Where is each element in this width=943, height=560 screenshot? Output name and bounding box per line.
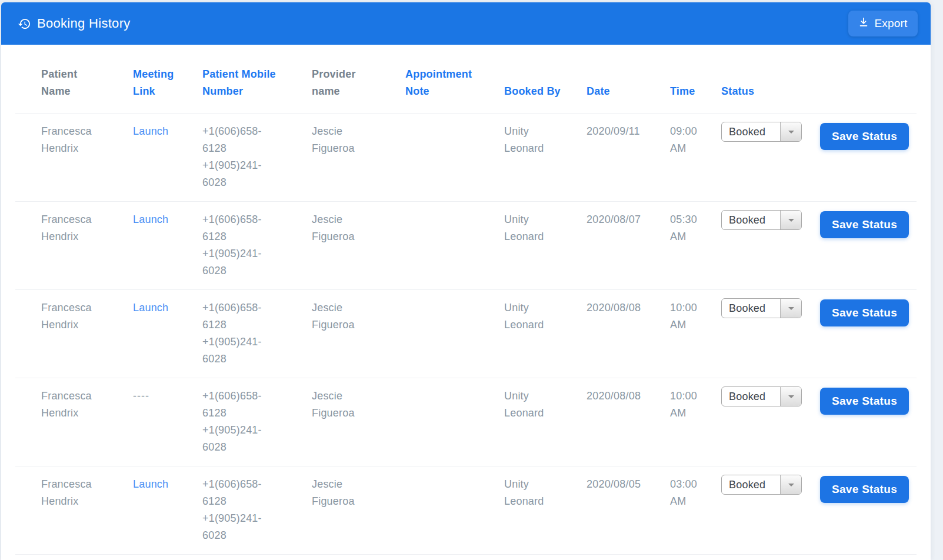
save-status-button[interactable]: Save Status: [820, 388, 909, 415]
column-header: Patient Name: [15, 66, 133, 113]
status-select[interactable]: Booked: [721, 386, 802, 406]
provider-name-cell: Jescie Figueroa: [312, 466, 405, 510]
appointment-note-cell: [405, 466, 504, 476]
mobile-numbers: +1(606)658-6128+1(905)241-6028: [202, 290, 312, 368]
mobile-numbers: +1(606)658-6128+1(905)241-6028: [202, 466, 312, 544]
status-select-value: Booked: [722, 211, 780, 229]
date-cell: 2020/08/07: [587, 202, 670, 228]
mobile-numbers: +1(606)658-6128+1(905)241-6028: [202, 202, 312, 279]
table-row: Francesca Hendrix Launch +1(606)658-6128…: [15, 290, 917, 378]
mobile-number: +1(606)658-6128: [202, 123, 276, 157]
date-cell: 2020/09/11: [587, 114, 670, 140]
booked-by-cell: Unity Leonard: [504, 290, 587, 334]
time-cell: 10:00 AM: [670, 378, 721, 422]
export-button-label: Export: [874, 17, 907, 30]
meeting-link[interactable]: Launch: [133, 290, 202, 316]
booking-history-card: Booking History Export Patient NameMeeti…: [1, 2, 931, 560]
action-cell: Save Status: [820, 114, 917, 150]
save-status-button[interactable]: Save Status: [820, 299, 909, 326]
status-select-value: Booked: [722, 475, 780, 494]
status-select[interactable]: Booked: [721, 298, 802, 318]
table-header-row: Patient NameMeeting LinkPatient Mobile N…: [15, 45, 917, 114]
booked-by-cell: Unity Leonard: [504, 202, 587, 245]
appointment-note-cell: [405, 290, 504, 299]
column-header: Appointment Note: [405, 66, 504, 113]
export-button[interactable]: Export: [848, 11, 918, 36]
page-title: Booking History: [18, 16, 131, 31]
mobile-numbers: +1(606)658-6128+1(905)241-6028: [202, 378, 312, 456]
provider-name-cell: Jescie Figueroa: [312, 290, 405, 334]
chevron-down-icon: [780, 211, 801, 229]
mobile-number: +1(905)241-6028: [202, 422, 276, 456]
status-select-value: Booked: [722, 299, 780, 318]
status-cell: Booked: [721, 202, 820, 230]
save-status-button[interactable]: Save Status: [820, 211, 909, 238]
time-cell: 03:00 AM: [670, 466, 721, 510]
chevron-down-icon: [780, 122, 801, 141]
chevron-down-icon: [780, 387, 801, 406]
action-cell: Save Status: [820, 378, 917, 415]
status-select[interactable]: Booked: [721, 122, 802, 142]
download-icon: [858, 17, 869, 31]
save-status-button[interactable]: Save Status: [820, 123, 909, 150]
mobile-number: +1(905)241-6028: [202, 157, 276, 191]
mobile-number: +1(606)658-6128: [202, 211, 276, 245]
mobile-numbers: +1(606)658-6128+1(905)241-6028: [202, 114, 312, 191]
action-cell: Save Status: [820, 466, 917, 503]
mobile-number: +1(606)658-6128: [202, 388, 276, 422]
booking-table: Patient NameMeeting LinkPatient Mobile N…: [15, 45, 917, 555]
page-title-label: Booking History: [37, 16, 131, 31]
meeting-link[interactable]: Launch: [133, 202, 202, 228]
meeting-link[interactable]: Launch: [133, 114, 202, 140]
table-body: Francesca Hendrix Launch +1(606)658-6128…: [15, 114, 917, 555]
column-header: Meeting Link: [133, 66, 202, 113]
status-cell: Booked: [721, 290, 820, 318]
time-cell: 09:00 AM: [670, 114, 721, 157]
history-icon: [18, 17, 31, 31]
status-cell: Booked: [721, 466, 820, 495]
action-cell: Save Status: [820, 202, 917, 238]
column-header: Patient Mobile Number: [202, 66, 312, 113]
appointment-note-cell: [405, 114, 504, 123]
date-cell: 2020/08/08: [587, 378, 670, 405]
provider-name-cell: Jescie Figueroa: [312, 378, 405, 422]
booked-by-cell: Unity Leonard: [504, 378, 587, 422]
action-cell: Save Status: [820, 290, 917, 326]
date-cell: 2020/08/05: [587, 466, 670, 493]
appointment-note-cell: [405, 378, 504, 388]
status-select-value: Booked: [722, 387, 780, 406]
status-cell: Booked: [721, 114, 820, 142]
status-select[interactable]: Booked: [721, 210, 802, 230]
table-row: Francesca Hendrix Launch +1(606)658-6128…: [15, 202, 917, 290]
patient-name-cell: Francesca Hendrix: [15, 114, 133, 157]
patient-name-cell: Francesca Hendrix: [15, 466, 133, 510]
time-cell: 10:00 AM: [670, 290, 721, 334]
chevron-down-icon: [780, 475, 801, 494]
table-row: Francesca Hendrix Launch +1(606)658-6128…: [15, 466, 917, 555]
patient-name-cell: Francesca Hendrix: [15, 378, 133, 422]
column-header: Date: [587, 83, 670, 113]
meeting-link[interactable]: Launch: [133, 466, 202, 493]
patient-name-cell: Francesca Hendrix: [15, 202, 133, 245]
patient-name-cell: Francesca Hendrix: [15, 290, 133, 334]
appointment-note-cell: [405, 202, 504, 211]
mobile-number: +1(606)658-6128: [202, 476, 276, 510]
meeting-link: ----: [133, 378, 202, 405]
status-select-value: Booked: [722, 122, 780, 141]
mobile-number: +1(905)241-6028: [202, 510, 276, 544]
table-row: Francesca Hendrix Launch +1(606)658-6128…: [15, 114, 917, 202]
mobile-number: +1(905)241-6028: [202, 245, 276, 279]
status-cell: Booked: [721, 378, 820, 406]
column-header: Booked By: [504, 83, 587, 113]
table-row: Francesca Hendrix ---- +1(606)658-6128+1…: [15, 378, 917, 466]
save-status-button[interactable]: Save Status: [820, 476, 909, 503]
provider-name-cell: Jescie Figueroa: [312, 202, 405, 245]
chevron-down-icon: [780, 299, 801, 318]
column-header: Status: [721, 83, 820, 113]
time-cell: 05:30 AM: [670, 202, 721, 245]
booked-by-cell: Unity Leonard: [504, 114, 587, 157]
column-header: Time: [670, 83, 721, 113]
mobile-number: +1(905)241-6028: [202, 334, 276, 368]
column-header: Provider name: [312, 66, 405, 113]
status-select[interactable]: Booked: [721, 475, 802, 495]
